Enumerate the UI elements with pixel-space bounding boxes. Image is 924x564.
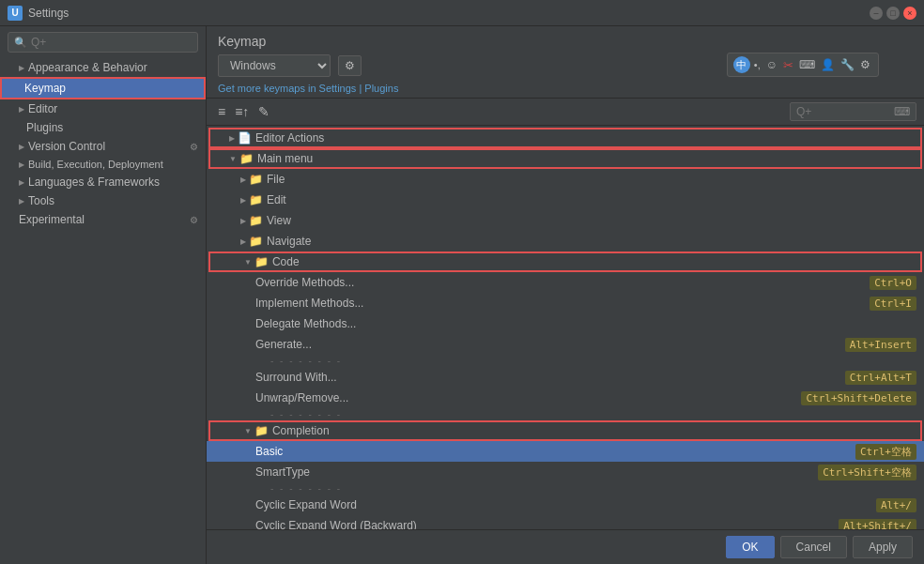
tree-row[interactable]: Surround With... Ctrl+Alt+T [207, 367, 924, 388]
search-shortcut-icon: ⌨ [894, 105, 910, 118]
tree-row[interactable]: ▶ 📁 Navigate [207, 231, 924, 252]
sidebar-item-keymap[interactable]: Keymap [0, 77, 206, 99]
arrow-icon: ▶ [19, 105, 24, 114]
sidebar-search-box[interactable]: 🔍 [8, 32, 198, 53]
tree-arrow-icon: ▼ [244, 427, 252, 435]
panel-header: Keymap Windows Mac OS X Linux ⚙ Get more… [207, 26, 924, 99]
tree-row-label: Basic [255, 445, 283, 458]
folder-icon: 📁 [249, 214, 263, 227]
arrow-icon: ▶ [19, 197, 24, 206]
emoji-icon[interactable]: ☺ [764, 58, 779, 71]
folder-icon: 📁 [249, 193, 263, 206]
tree-row-label: Cyclic Expand Word (Backward) [255, 519, 417, 529]
edit-button[interactable]: ✎ [254, 102, 273, 121]
close-button[interactable]: × [903, 7, 916, 20]
toolbar-row: ≡ ≡↑ ✎ ⌨ [207, 99, 924, 126]
keymap-select[interactable]: Windows Mac OS X Linux [218, 54, 331, 77]
tree-row[interactable]: Generate... Alt+Insert [207, 334, 924, 355]
separator: - - - - - - - - [207, 408, 924, 420]
experimental-gear-icon: ⚙ [190, 215, 198, 225]
scissors-icon[interactable]: ✂ [781, 58, 795, 72]
plugins-link[interactable]: Get more keymaps in Settings | Plugins [218, 83, 913, 94]
title-bar: U Settings – □ × [0, 0, 924, 26]
expand-all-button[interactable]: ≡↑ [231, 102, 253, 121]
tree-row[interactable]: Override Methods... Ctrl+O [207, 272, 924, 293]
tree-row-completion[interactable]: ▼ 📁 Completion [208, 420, 922, 441]
window-controls: – □ × [870, 7, 916, 20]
folder-icon: 📁 [239, 152, 254, 165]
tree-row[interactable]: Cyclic Expand Word (Backward) Alt+Shift+… [207, 515, 924, 529]
sidebar-item-label: Keymap [24, 82, 66, 95]
sidebar-item-versioncontrol[interactable]: ▶ Version Control ⚙ [0, 137, 206, 156]
sidebar-item-editor[interactable]: ▶ Editor [0, 99, 206, 118]
shortcut-search-box[interactable]: ⌨ [790, 102, 916, 121]
right-panel: Keymap Windows Mac OS X Linux ⚙ Get more… [207, 26, 924, 564]
maximize-button[interactable]: □ [886, 7, 900, 20]
sidebar-item-plugins[interactable]: Plugins [0, 118, 206, 137]
apply-button[interactable]: Apply [853, 536, 913, 558]
tree-row[interactable]: Delegate Methods... [207, 313, 924, 334]
minimize-button[interactable]: – [870, 7, 883, 20]
tree-row-label: View [267, 214, 291, 227]
person-icon[interactable]: 👤 [819, 58, 837, 71]
panel-title: Keymap [218, 34, 913, 49]
keyboard-icon[interactable]: ⌨ [797, 58, 817, 71]
settings-icon[interactable]: ⚙ [858, 58, 872, 71]
tree-row-label: Completion [272, 424, 330, 437]
tree-row[interactable]: Unwrap/Remove... Ctrl+Shift+Delete [207, 388, 924, 408]
sidebar-item-tools[interactable]: ▶ Tools [0, 191, 206, 210]
main-content: 🔍 ▶ Appearance & Behavior Keymap ▶ Edito… [0, 26, 924, 564]
tree-row[interactable]: ▶ 📁 Edit [207, 190, 924, 210]
shortcut-badge: Alt+Insert [845, 338, 916, 352]
sidebar: 🔍 ▶ Appearance & Behavior Keymap ▶ Edito… [0, 26, 207, 564]
arrow-icon: ▶ [19, 64, 24, 72]
sidebar-item-appearance[interactable]: ▶ Appearance & Behavior [0, 58, 206, 77]
tree-row-label: Main menu [257, 152, 313, 165]
tree-arrow-icon: ▶ [229, 134, 235, 143]
tree-arrow-icon: ▶ [240, 237, 246, 246]
tree-container: ▶ 📄 Editor Actions ▼ 📁 Main menu ▶ 📁 Fil… [207, 128, 924, 529]
tree-row[interactable]: Cyclic Expand Word Alt+/ [207, 495, 924, 515]
folder-icon: 📄 [238, 131, 252, 145]
tree-row-label: Unwrap/Remove... [255, 391, 348, 404]
tree-row-label: Surround With... [255, 371, 337, 384]
collapse-all-button[interactable]: ≡ [214, 102, 229, 121]
tree-row[interactable]: ▶ 📄 Editor Actions [208, 128, 922, 148]
tree-row-code[interactable]: ▼ 📁 Code [208, 252, 922, 272]
tree-row[interactable]: SmartType Ctrl+Shift+空格 [207, 462, 924, 482]
keymap-gear-button[interactable]: ⚙ [338, 55, 362, 76]
folder-icon: 📁 [249, 235, 263, 248]
tree-panel: ▶ 📄 Editor Actions ▼ 📁 Main menu ▶ 📁 Fil… [207, 126, 924, 529]
tree-arrow-icon: ▶ [240, 175, 246, 184]
ok-button[interactable]: OK [726, 536, 774, 558]
sidebar-item-label: Languages & Frameworks [28, 175, 160, 189]
shortcut-badge: Alt+/ [876, 498, 916, 512]
tree-arrow-icon: ▼ [244, 258, 252, 267]
sidebar-search-input[interactable] [31, 36, 192, 49]
pinyin-icon[interactable]: •, [752, 59, 762, 70]
shortcut-search-input[interactable] [796, 105, 890, 118]
sidebar-item-label: Experimental [19, 213, 85, 226]
tree-row-basic[interactable]: Basic Ctrl+空格 [207, 441, 924, 462]
wrench-icon[interactable]: 🔧 [839, 58, 856, 71]
arrow-icon: ▶ [19, 143, 24, 151]
sidebar-item-languages[interactable]: ▶ Languages & Frameworks [0, 173, 206, 191]
sidebar-item-label: Appearance & Behavior [28, 61, 147, 74]
tree-row[interactable]: Implement Methods... Ctrl+I [207, 293, 924, 313]
folder-icon: 📁 [254, 255, 269, 268]
tree-row[interactable]: ▶ 📁 View [207, 210, 924, 231]
sidebar-item-experimental[interactable]: Experimental ⚙ [0, 210, 206, 229]
cancel-button[interactable]: Cancel [780, 536, 847, 558]
arrow-icon: ▶ [19, 178, 24, 187]
ime-toolbar: 中 •, ☺ ✂ ⌨ 👤 🔧 ⚙ [727, 53, 879, 77]
tree-row-label: Delegate Methods... [255, 317, 356, 330]
shortcut-badge: Ctrl+O [870, 276, 916, 290]
tree-row[interactable]: ▼ 📁 Main menu [208, 148, 922, 169]
app-icon: U [8, 6, 23, 21]
shortcut-badge: Ctrl+Shift+空格 [818, 465, 916, 480]
chinese-icon[interactable]: 中 [733, 56, 750, 73]
sidebar-item-label: Version Control [28, 140, 105, 153]
tree-row[interactable]: ▶ 📁 File [207, 169, 924, 190]
sidebar-item-build[interactable]: ▶ Build, Execution, Deployment [0, 156, 206, 173]
shortcut-badge: Ctrl+Alt+T [845, 371, 916, 385]
